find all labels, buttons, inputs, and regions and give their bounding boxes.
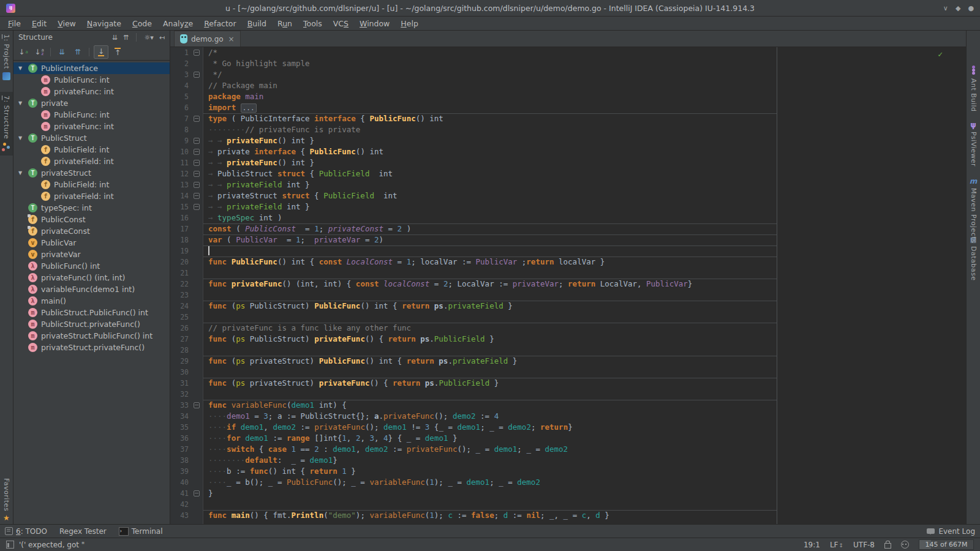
hector-highlighting-icon[interactable]	[901, 541, 909, 549]
hide-panel-icon[interactable]: ↤	[159, 34, 165, 42]
sort-by-visibility-icon[interactable]: ↓a	[17, 46, 30, 58]
collapse-all-icon[interactable]: ⇈	[123, 34, 129, 42]
tree-item[interactable]: λvariableFunc(demo1 int)	[13, 283, 170, 295]
tree-item[interactable]: mprivateStruct.PublicFunc() int	[13, 330, 170, 342]
collapse-all-tree-icon[interactable]: ⇈	[71, 46, 85, 58]
expand-all-icon[interactable]: ⇊	[112, 34, 118, 42]
menu-window[interactable]: Window	[354, 18, 395, 29]
toolwindow-button-ant-build[interactable]: Ant Build	[967, 65, 980, 111]
autoscroll-to-source-icon[interactable]: ↓	[94, 45, 108, 59]
expand-all-tree-icon[interactable]: ⇊	[55, 46, 69, 58]
maximize-icon[interactable]: ◆	[956, 4, 960, 12]
menu-help[interactable]: Help	[395, 18, 424, 29]
line-number: 30	[170, 367, 189, 378]
fold-column	[189, 378, 203, 389]
chevron-down-icon[interactable]: ▼	[18, 100, 28, 106]
encoding-widget[interactable]: UTF-8	[853, 541, 875, 549]
status-bar-widgets: 19:1 LF↕ UTF-8 145 of 667M	[804, 539, 974, 550]
tree-item[interactable]: ▼Tprivate	[13, 97, 170, 109]
menu-refactor[interactable]: Refactor	[198, 18, 241, 29]
tree-item[interactable]: fPublicField: int	[13, 144, 170, 156]
tree-item[interactable]: λmain()	[13, 295, 170, 307]
fold-marker-icon[interactable]	[189, 400, 203, 411]
tree-item[interactable]: TtypeSpec: int	[13, 202, 170, 214]
menu-file[interactable]: File	[2, 18, 26, 29]
menu-view[interactable]: View	[52, 18, 81, 29]
fold-marker-icon[interactable]	[189, 146, 203, 157]
tree-item[interactable]: fprivateConst	[13, 225, 170, 237]
close-tab-icon[interactable]: ×	[228, 35, 235, 43]
toolwindow-button-maven-projects[interactable]: mMaven Projects	[967, 178, 980, 243]
tree-item[interactable]: vPublicVar	[13, 237, 170, 249]
tree-item[interactable]: mprivateFunc: int	[13, 86, 170, 97]
tree-item[interactable]: ▼TPublicStruct	[13, 132, 170, 144]
autoscroll-from-source-icon[interactable]: ↑	[111, 46, 124, 58]
tree-item[interactable]: fPublicConst	[13, 214, 170, 225]
fold-marker-icon[interactable]	[189, 201, 203, 212]
memory-indicator[interactable]: 145 of 667M	[919, 539, 974, 550]
fold-marker-icon[interactable]	[189, 113, 203, 124]
chevron-down-icon[interactable]: ▼	[18, 135, 28, 141]
tree-item[interactable]: fprivateField: int	[13, 156, 170, 167]
tree-item-label: privateConst	[41, 227, 90, 236]
toolwindow-button-terminal[interactable]: › Terminal	[119, 527, 163, 536]
minimize-icon[interactable]: ∨	[943, 4, 948, 12]
tree-item[interactable]: mprivateFunc: int	[13, 121, 170, 132]
menu-tools[interactable]: Tools	[298, 18, 328, 29]
toolwindow-button-todo[interactable]: 6: TODO	[5, 527, 47, 536]
toolwindow-toggle-icon[interactable]	[6, 541, 14, 549]
tree-item[interactable]: λprivateFunc() (int, int)	[13, 272, 170, 283]
menu-analyze[interactable]: Analyze	[157, 18, 198, 29]
menu-run[interactable]: Run	[272, 18, 298, 29]
tree-item[interactable]: λPublicFunc() int	[13, 260, 170, 272]
fold-marker-icon[interactable]	[189, 190, 203, 201]
terminal-icon: ›	[119, 527, 129, 536]
tree-item[interactable]: ▼TPublicInterface	[13, 62, 170, 74]
tree-item[interactable]: fprivateField: int	[13, 190, 170, 202]
toolwindow-button-database[interactable]: ▤Database	[967, 236, 980, 281]
close-window-icon[interactable]: ●	[968, 4, 974, 12]
chevron-down-icon[interactable]: ▼	[18, 66, 28, 71]
inspection-ok-check-icon[interactable]: ✓	[938, 49, 943, 60]
tree-item[interactable]: mprivateStruct.privateFunc()	[13, 342, 170, 353]
code-editor[interactable]: 1/*2 * Go highlight sample3 */4// Packag…	[170, 47, 966, 524]
toolwindow-button-structure[interactable]: 7: Structure	[0, 92, 13, 156]
read-only-lock-icon[interactable]	[884, 543, 891, 549]
caret-position-widget[interactable]: 19:1	[804, 541, 820, 549]
f-node-icon: f	[41, 157, 50, 166]
tree-item[interactable]: mPublicStruct.privateFunc()	[13, 318, 170, 330]
tree-item[interactable]: mPublicStruct.PublicFunc() int	[13, 307, 170, 318]
fold-marker-icon[interactable]	[189, 157, 203, 168]
toolwindow-button-favorites[interactable]: Favorites ★	[0, 478, 13, 522]
t-node-icon: T	[28, 203, 37, 212]
menu-navigate[interactable]: Navigate	[81, 18, 127, 29]
l-node-icon: λ	[28, 273, 37, 282]
tree-item[interactable]: mPublicFunc: int	[13, 74, 170, 86]
fold-marker-icon[interactable]	[189, 168, 203, 179]
fold-marker-icon[interactable]	[189, 488, 203, 499]
gear-icon[interactable]: ☼▾	[144, 34, 153, 42]
toolwindow-button-psiviewer[interactable]: ψPsiViewer	[967, 121, 980, 167]
toolwindow-button-event-log[interactable]: Event Log	[927, 527, 975, 536]
tab-demo-go[interactable]: demo.go ×	[174, 31, 241, 47]
m-node-icon: m	[41, 122, 50, 131]
line-separator-widget[interactable]: LF↕	[830, 541, 843, 549]
tree-item[interactable]: vprivateVar	[13, 249, 170, 260]
fold-column	[189, 367, 203, 378]
fold-marker-icon[interactable]	[189, 179, 203, 190]
code-line-16: 16→ typeSpec int )	[170, 212, 966, 223]
tree-item[interactable]: ▼TprivateStruct	[13, 167, 170, 179]
menu-vcs[interactable]: VCS	[328, 18, 354, 29]
menu-edit[interactable]: Edit	[26, 18, 52, 29]
chevron-down-icon[interactable]: ▼	[18, 170, 28, 176]
fold-marker-icon[interactable]	[189, 69, 203, 80]
toolwindow-button-project[interactable]: 1: Project	[0, 34, 13, 80]
tree-item[interactable]: fPublicField: int	[13, 179, 170, 190]
tree-item[interactable]: mPublicFunc: int	[13, 109, 170, 121]
toolwindow-button-regex-tester[interactable]: Regex Tester	[59, 527, 107, 536]
menu-build[interactable]: Build	[242, 18, 272, 29]
fold-marker-icon[interactable]	[189, 135, 203, 146]
menu-code[interactable]: Code	[127, 18, 157, 29]
sort-alphabetically-icon[interactable]: ↓az	[32, 46, 46, 58]
fold-marker-icon[interactable]	[189, 47, 203, 58]
